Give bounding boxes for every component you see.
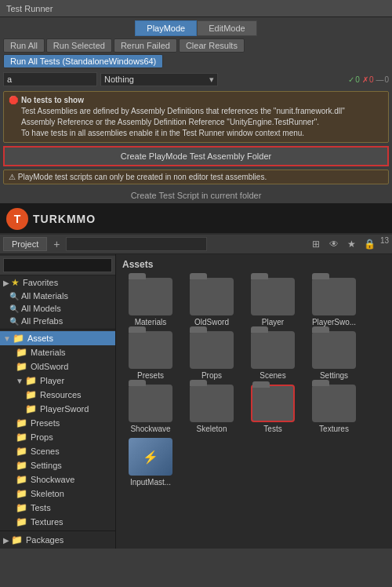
folder-icon-oldsword: 📁 [16,361,27,372]
asset-materials-label: Materials [135,318,167,326]
tab-editmode[interactable]: EditMode [197,20,256,36]
sidebar-item-assets[interactable]: ▼ 📁 Assets [0,331,115,345]
create-script-button[interactable]: Create Test Script in current folder [0,188,392,203]
asset-settings[interactable]: Settings [306,331,362,380]
props-label: Props [31,432,53,442]
asset-props[interactable]: Props [183,331,240,380]
asset-tests[interactable]: Tests [245,385,301,433]
sidebar-item-oldsword[interactable]: 📁 OldSword [6,359,115,374]
all-models-label: All Models [21,304,61,313]
assets-root-label: Assets [27,334,53,343]
chevron-down-icon: ▾ [209,75,214,85]
folder-player-icon [251,278,295,315]
mode-tabs-bar: PlayMode EditMode [0,17,392,36]
asset-textures[interactable]: Textures [306,385,362,433]
folder-materials-icon [129,278,172,315]
folder-icon-resources: 📁 [25,389,37,400]
tab-project[interactable]: Project [3,237,47,251]
shockwave-label: Shockwave [31,475,74,484]
folder-icon-playersword: 📁 [25,403,37,414]
asset-player[interactable]: Player [245,278,301,326]
run-selected-button[interactable]: Run Selected [46,38,112,53]
asset-skeleton[interactable]: Skeleton [183,385,240,433]
warning-title: No tests to show [21,95,345,106]
sidebar-item-packages[interactable]: ▶ 📁 Packages [0,533,115,547]
run-all-button[interactable]: Run All [3,38,45,53]
asset-presets[interactable]: Presets [122,331,179,380]
sidebar-item-playersword[interactable]: 📁 PlayerSword [6,402,115,416]
asset-shockwave-label: Shockwave [130,425,170,433]
folder-icon-skeleton: 📁 [16,488,27,499]
asset-scenes[interactable]: Scenes [245,331,301,380]
sidebar-item-settings[interactable]: 📁 Settings [6,458,115,472]
assets-grid: Materials OldSword Player PlayerSwo... P [119,275,389,490]
asset-inputmaster[interactable]: InputMast... [122,438,179,487]
create-assembly-button[interactable]: Create PlayMode Test Assembly Folder [3,146,389,166]
nothing-label: Nothing [104,75,134,84]
project-search-input[interactable] [66,237,207,251]
sidebar-item-resources[interactable]: 📁 Resources [6,388,115,402]
run-all-tests-button[interactable]: Run All Tests (StandaloneWindows64) [3,54,163,68]
star-icon-btn[interactable]: ★ [344,236,360,252]
folder-playersword-icon [312,278,356,315]
tab-playmode[interactable]: PlayMode [135,20,197,36]
sidebar-item-scenes[interactable]: 📁 Scenes [6,444,115,458]
sidebar-item-skeleton[interactable]: 📁 Skeleton [6,487,115,501]
asset-oldsword[interactable]: OldSword [183,278,240,326]
sidebar-item-favorites[interactable]: ▶ ★ Favorites [0,275,115,290]
folder-oldsword-icon [190,278,234,315]
sidebar-item-textures[interactable]: 📁 Textures [6,515,115,529]
search-icon: 🔍 [9,292,19,301]
assets-group: 📁 Materials 📁 OldSword ▼ 📁 Player 📁 Reso… [0,345,115,529]
asset-playersword[interactable]: PlayerSwo... [306,278,362,326]
warning-line2: Assembly Reference or the Assembly Defin… [21,117,345,128]
nothing-dropdown[interactable]: Nothing ▾ [100,73,218,86]
folder-icon-packages: 📁 [11,534,23,545]
run-buttons-row: Run All Run Selected Rerun Failed Clear … [0,36,392,71]
toolbar-icons: ⊞ 👁 ★ 🔒 13 [308,236,389,252]
scenes-label: Scenes [31,447,60,456]
rerun-failed-button[interactable]: Rerun Failed [114,38,177,53]
folder-icon-settings: 📁 [16,460,27,471]
warning-line3: To have tests in all assemblies enable i… [21,128,345,139]
asset-shockwave[interactable]: Shockwave [122,385,179,433]
filter-icon[interactable]: ⊞ [308,236,324,252]
folder-icon-textures: 📁 [16,516,27,527]
divider-1 [0,329,115,330]
asset-materials[interactable]: Materials [122,278,179,326]
sidebar-item-all-materials[interactable]: 🔍 All Materials [6,290,115,302]
folder-icon-tests: 📁 [16,502,27,513]
folder-textures-icon [312,385,356,422]
sidebar-item-props[interactable]: 📁 Props [6,430,115,444]
item-count: 13 [380,236,389,252]
resources-label: Resources [40,390,82,399]
sidebar-item-player[interactable]: ▼ 📁 Player [6,374,115,388]
skip-count: — 0 [376,75,389,84]
sidebar-item-all-models[interactable]: 🔍 All Models [6,302,115,315]
folder-settings-icon [312,331,356,369]
folder-tests-icon [251,385,295,422]
skeleton-label: Skeleton [31,489,64,498]
asset-scenes-label: Scenes [260,371,285,380]
folder-icon-props: 📁 [16,432,27,443]
sidebar-item-all-prefabs[interactable]: 🔍 All Prefabs [6,315,115,327]
sidebar-item-tests[interactable]: 📁 Tests [6,501,115,515]
folder-skeleton-icon [190,385,234,422]
add-asset-button[interactable]: + [50,238,63,250]
sidebar-item-shockwave[interactable]: 📁 Shockwave [6,472,115,487]
test-search-input[interactable] [3,72,97,86]
lock-icon[interactable]: 🔒 [362,236,378,252]
pass-count: ✓ 0 [348,75,360,84]
asset-textures-label: Textures [319,425,349,433]
textures-label: Textures [31,517,64,527]
sidebar-item-presets[interactable]: 📁 Presets [6,416,115,430]
sidebar-item-materials[interactable]: 📁 Materials [6,345,115,359]
assets-header: Assets [119,257,389,275]
sidebar-search-input[interactable] [3,258,112,272]
error-icon: 🛑 [9,95,18,106]
folder-icon: 📁 [13,333,24,344]
eye-icon[interactable]: 👁 [326,236,342,252]
clear-results-button[interactable]: Clear Results [179,38,245,53]
favorites-group: 🔍 All Materials 🔍 All Models 🔍 All Prefa… [0,290,115,327]
settings-label: Settings [31,461,62,470]
